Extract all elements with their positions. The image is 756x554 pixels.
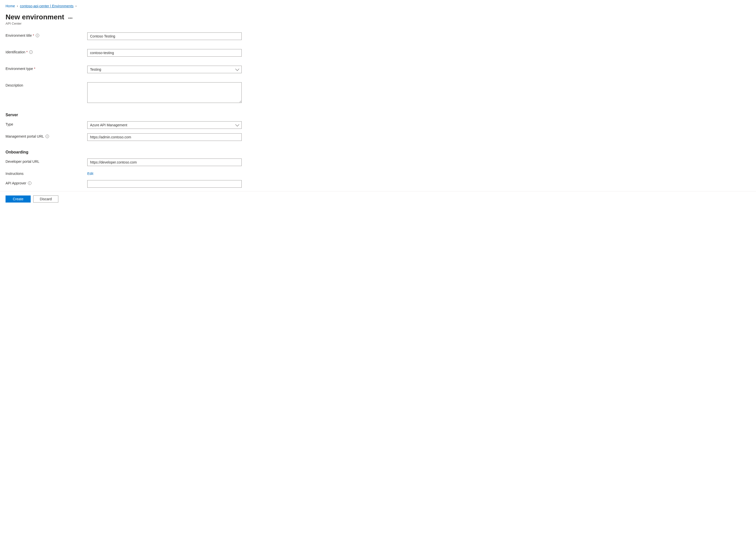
- chevron-right-icon: ›: [75, 4, 76, 8]
- required-indicator: *: [33, 34, 34, 38]
- server-type-select[interactable]: [87, 121, 242, 129]
- page-title: New environment: [6, 13, 64, 21]
- dev-url-input[interactable]: [87, 159, 242, 166]
- label-server-type: Type: [6, 121, 87, 126]
- label-approver: API Approver i: [6, 180, 87, 185]
- breadcrumb-home[interactable]: Home: [6, 4, 15, 8]
- discard-button[interactable]: Discard: [33, 196, 58, 203]
- section-header-onboarding: Onboarding: [6, 150, 750, 155]
- page-subtitle: API Center: [6, 22, 750, 25]
- label-mgmt-url: Management portal URL i: [6, 133, 87, 138]
- env-title-input[interactable]: [87, 33, 242, 40]
- required-indicator: *: [34, 67, 35, 71]
- label-identification: Identification * i: [6, 49, 87, 54]
- more-icon[interactable]: •••: [68, 14, 73, 20]
- info-icon[interactable]: i: [36, 34, 39, 37]
- label-dev-url: Developer portal URL: [6, 159, 87, 164]
- section-header-server: Server: [6, 113, 750, 117]
- approver-input[interactable]: [87, 180, 242, 188]
- footer: Create Discard: [0, 191, 756, 207]
- create-button[interactable]: Create: [6, 196, 31, 203]
- info-icon[interactable]: i: [46, 134, 49, 138]
- breadcrumb-center[interactable]: contoso-api-center | Environments: [20, 4, 73, 8]
- label-instructions: Instructions: [6, 171, 87, 176]
- info-icon[interactable]: i: [29, 50, 33, 54]
- edit-instructions-link[interactable]: Edit: [87, 171, 93, 176]
- identification-input[interactable]: [87, 49, 242, 57]
- breadcrumb: Home › contoso-api-center | Environments…: [6, 4, 750, 8]
- env-type-select[interactable]: [87, 66, 242, 73]
- required-indicator: *: [26, 50, 28, 54]
- mgmt-url-input[interactable]: [87, 133, 242, 141]
- description-textarea[interactable]: [87, 82, 242, 103]
- chevron-right-icon: ›: [17, 4, 18, 8]
- label-description: Description: [6, 82, 87, 87]
- label-env-type: Environment type *: [6, 66, 87, 71]
- label-env-title: Environment title * i: [6, 33, 87, 38]
- info-icon[interactable]: i: [28, 181, 32, 185]
